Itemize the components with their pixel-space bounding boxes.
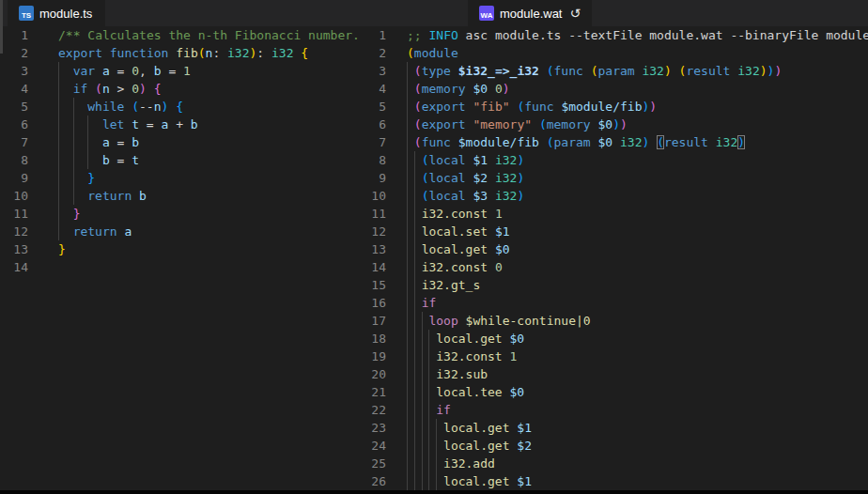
indent-guide (407, 365, 414, 383)
line-number: 13 (362, 240, 386, 258)
indent-guide (407, 240, 414, 258)
tab-module-ts-label: module.ts (39, 7, 92, 21)
code-line: 20 i32.sub (362, 365, 868, 383)
indent-guide (428, 455, 436, 472)
line-number: 26 (362, 472, 386, 490)
code-line: 4 (memory $0 0) (362, 80, 868, 98)
indent-guide (73, 98, 81, 116)
code-line: 7 (func $module/fib (param $0 i32) (resu… (362, 133, 868, 151)
line-number: 11 (0, 205, 28, 223)
indent-guide (407, 187, 414, 205)
indent-guide (407, 276, 414, 294)
code-line: 11 i32.const 1 (362, 205, 868, 223)
tab-module-ts[interactable]: TS module.ts (8, 0, 105, 26)
reload-icon[interactable]: ↺ (569, 6, 581, 21)
indent-guide (73, 169, 81, 187)
indent-guide (414, 472, 422, 490)
line-number: 6 (0, 116, 28, 133)
indent-guide (407, 223, 414, 240)
indent-guide (407, 133, 414, 151)
code-line: 21 local.tee $0 (362, 383, 868, 401)
editor-split: 1/** Calculates the n-th Fibonacci numbe… (0, 26, 868, 490)
indent-guide (414, 240, 422, 258)
code-line: 23 local.get $1 (362, 419, 868, 437)
indent-guide (414, 347, 422, 365)
code-line: 8 b = t (0, 151, 362, 169)
line-number: 8 (0, 151, 28, 169)
wat-editor-pane[interactable]: 1;; INFO asc module.ts --textFile module… (362, 26, 868, 490)
indent-guide (407, 472, 414, 490)
indent-guide (414, 365, 422, 383)
indent-guide (414, 401, 422, 419)
code-line: 3 (type $i32_=>_i32 (func (param i32) (r… (362, 62, 868, 80)
code-line: 1;; INFO asc module.ts --textFile module… (362, 26, 868, 44)
indent-guide (87, 133, 95, 151)
indent-guide (414, 383, 422, 401)
indent-guide (407, 98, 414, 116)
indent-guide (428, 437, 436, 455)
code-line: 10 (local $3 i32) (362, 187, 868, 205)
line-number: 21 (362, 383, 386, 401)
indent-guide (407, 347, 414, 365)
line-number: 22 (362, 401, 386, 419)
code-line: 11 } (0, 205, 362, 223)
code-line: 16 if (362, 294, 868, 312)
indent-guide (407, 151, 414, 169)
code-line: 2export function fib(n: i32): i32 { (0, 44, 362, 62)
code-line: 26 local.get $1 (362, 472, 868, 490)
line-number: 10 (362, 187, 386, 205)
code-line: 22 if (362, 401, 868, 419)
line-number: 3 (362, 62, 386, 80)
indent-guide (414, 276, 422, 294)
line-number: 12 (0, 223, 28, 240)
typescript-editor-pane[interactable]: 1/** Calculates the n-th Fibonacci numbe… (0, 26, 362, 490)
indent-guide (436, 455, 443, 472)
code-line: 5 while (--n) { (0, 98, 362, 116)
code-line: 2(module (362, 44, 868, 62)
code-line: 15 i32.gt_s (362, 276, 868, 294)
line-number: 1 (362, 26, 386, 44)
indent-guide (58, 151, 66, 169)
indent-guide (436, 437, 443, 455)
code-line: 8 (local $1 i32) (362, 151, 868, 169)
typescript-file-icon: TS (19, 6, 34, 21)
code-line: 6 (export "memory" (memory $0)) (362, 116, 868, 133)
code-line: 5 (export "fib" (func $module/fib)) (362, 98, 868, 116)
line-number: 18 (362, 330, 386, 347)
code-line: 14 (0, 258, 362, 276)
indent-guide (414, 419, 422, 437)
line-number: 12 (362, 223, 386, 240)
line-number: 10 (0, 187, 28, 205)
line-number: 11 (362, 205, 386, 223)
indent-guide (407, 455, 414, 472)
indent-guide (422, 330, 429, 347)
indent-guide (414, 437, 422, 455)
typescript-editor-lines: 1/** Calculates the n-th Fibonacci numbe… (0, 26, 362, 276)
tab-bar: TS module.ts WA module.wat ↺ (0, 0, 868, 26)
line-number: 15 (362, 276, 386, 294)
indent-guide (58, 98, 66, 116)
tab-module-wat-label: module.wat (500, 7, 562, 21)
code-line: 25 i32.add (362, 455, 868, 472)
line-number: 2 (362, 44, 386, 62)
indent-guide (73, 187, 81, 205)
code-line: 13} (0, 240, 362, 258)
indent-guide (422, 383, 429, 401)
code-line: 9 (local $2 i32) (362, 169, 868, 187)
indent-guide (414, 151, 422, 169)
indent-guide (414, 455, 422, 472)
line-number: 14 (0, 258, 28, 276)
indent-guide (58, 116, 66, 133)
indent-guide (58, 205, 66, 223)
code-line: 10 return b (0, 187, 362, 205)
indent-guide (422, 365, 429, 383)
line-number: 16 (362, 294, 386, 312)
editor-window: TS module.ts WA module.wat ↺ 1/** Calcul… (0, 0, 868, 494)
tab-module-wat[interactable]: WA module.wat ↺ (468, 0, 592, 26)
code-line: 6 let t = a + b (0, 116, 362, 133)
indent-guide (422, 472, 429, 490)
indent-guide (414, 312, 422, 330)
indent-guide (436, 419, 443, 437)
line-number: 4 (0, 80, 28, 98)
wasm-file-icon: WA (479, 6, 494, 21)
